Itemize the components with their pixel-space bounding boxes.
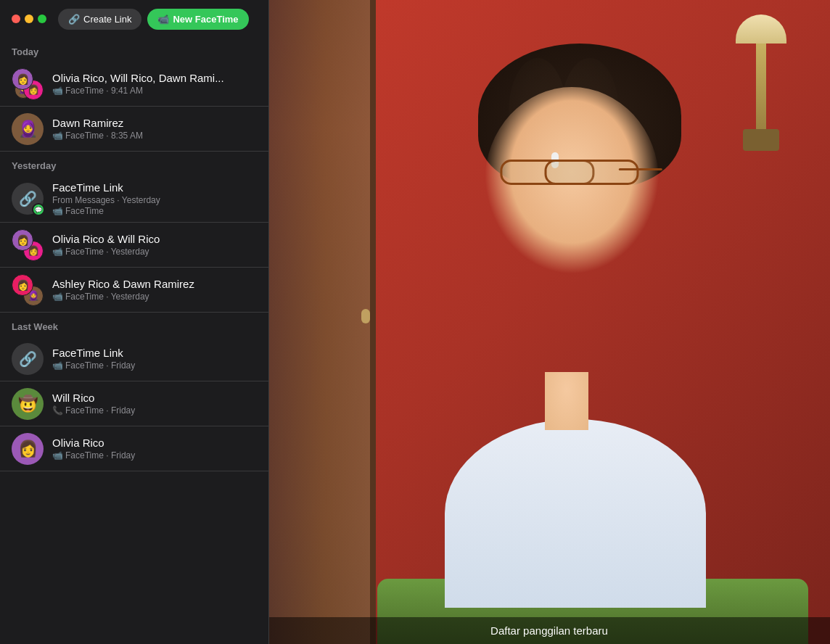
item-info: Will Rico 📞 FaceTime · Friday xyxy=(52,392,257,416)
item-info: FaceTime Link From Messages · Yesterday … xyxy=(52,181,257,216)
video-icon: 📹 xyxy=(52,247,63,257)
door-handle xyxy=(361,309,370,323)
item-name: Olivia Rico & Will Rico xyxy=(52,233,257,245)
traffic-lights xyxy=(12,15,46,23)
glasses-bridge xyxy=(619,168,662,170)
item-sub-line2: 📹 FaceTime xyxy=(52,206,257,216)
link-icon: 🔗 xyxy=(19,350,37,368)
video-icon: 📹 xyxy=(52,292,63,302)
item-sub: 📹 FaceTime · 8:35 AM xyxy=(52,131,257,141)
list-item[interactable]: 🤠 Will Rico 📞 FaceTime · Friday xyxy=(0,381,268,426)
item-name: Olivia Rico xyxy=(52,437,257,449)
item-name: FaceTime Link xyxy=(52,181,257,194)
list-item[interactable]: 👩 👩 🧕 Olivia Rico, Will Rico, Dawn Rami.… xyxy=(0,62,268,107)
link-icon: 🔗 xyxy=(68,14,80,25)
glasses-right xyxy=(545,160,639,185)
item-sub: 📹 FaceTime · Friday xyxy=(52,360,257,371)
item-sub: 📹 FaceTime · Yesterday xyxy=(52,292,257,302)
caption-bar: Daftar panggilan terbaru xyxy=(268,617,830,644)
item-name: Olivia Rico, Will Rico, Dawn Rami... xyxy=(52,72,257,84)
create-link-button[interactable]: 🔗 Create Link xyxy=(58,9,141,30)
item-name: Will Rico xyxy=(52,392,257,404)
avatar: 🧕 xyxy=(12,113,44,145)
list-item[interactable]: 🔗 FaceTime Link 📹 FaceTime · Friday xyxy=(0,337,268,381)
item-info: Dawn Ramirez 📹 FaceTime · 8:35 AM xyxy=(52,117,257,141)
item-info: FaceTime Link 📹 FaceTime · Friday xyxy=(52,347,257,371)
main-video-area xyxy=(268,0,830,644)
item-name: FaceTime Link xyxy=(52,347,257,359)
item-sub: 📹 FaceTime · Friday xyxy=(52,450,257,461)
list-item[interactable]: 👩 👩 Olivia Rico & Will Rico 📹 FaceTime ·… xyxy=(0,223,268,268)
create-link-label: Create Link xyxy=(83,14,131,25)
video-icon: 📹 xyxy=(52,450,63,461)
title-bar: 🔗 Create Link 📹 New FaceTime xyxy=(0,0,268,38)
video-camera-icon: 📹 xyxy=(157,14,169,25)
fullscreen-button[interactable] xyxy=(38,15,46,23)
avatar: 👩 xyxy=(12,274,33,296)
list-item[interactable]: 👩 🧕 Ashley Rico & Dawn Ramirez 📹 FaceTim… xyxy=(0,268,268,313)
item-sub: 📹 FaceTime · 9:41 AM xyxy=(52,86,257,96)
new-facetime-button[interactable]: 📹 New FaceTime xyxy=(147,9,248,30)
video-icon: 📹 xyxy=(52,86,63,96)
person-shirt xyxy=(445,419,706,608)
video-icon: 📹 xyxy=(52,206,63,216)
item-info: Olivia Rico & Will Rico 📹 FaceTime · Yes… xyxy=(52,233,257,257)
video-icon: 📹 xyxy=(52,131,63,141)
sidebar: Today 👩 👩 🧕 Olivia Rico, Will Rico, Dawn… xyxy=(0,38,268,644)
minimize-button[interactable] xyxy=(25,15,33,23)
avatar: 🤠 xyxy=(12,388,44,420)
avatar-stack: 👩 🧕 xyxy=(12,274,44,306)
item-info: Ashley Rico & Dawn Ramirez 📹 FaceTime · … xyxy=(52,278,257,302)
section-today: Today xyxy=(0,38,268,62)
list-item[interactable]: 🧕 Dawn Ramirez 📹 FaceTime · 8:35 AM xyxy=(0,107,268,152)
video-icon: 📹 xyxy=(52,360,63,371)
close-button[interactable] xyxy=(12,15,20,23)
avatar: 👩 xyxy=(12,433,44,465)
avatar-stack: 👩 👩 🧕 xyxy=(12,68,44,100)
item-name: Ashley Rico & Dawn Ramirez xyxy=(52,278,257,290)
list-item[interactable]: 🔗 💬 FaceTime Link From Messages · Yester… xyxy=(0,176,268,223)
item-info: Olivia Rico 📹 FaceTime · Friday xyxy=(52,437,257,461)
avatar-stack: 👩 👩 xyxy=(12,229,44,261)
lamp-base xyxy=(743,129,779,151)
lamp-pole xyxy=(756,44,766,131)
person-neck xyxy=(545,372,588,430)
sidebar-divider xyxy=(268,0,269,644)
avatar: 👩 xyxy=(12,229,33,251)
item-sub: 📞 FaceTime · Friday xyxy=(52,405,257,416)
phone-icon: 📞 xyxy=(52,405,63,416)
section-last-week: Last Week xyxy=(0,313,268,337)
avatar-link: 🔗 💬 xyxy=(12,183,44,215)
caption-text: Daftar panggilan terbaru xyxy=(490,624,608,637)
avatar-link: 🔗 xyxy=(12,343,44,375)
avatar: 👩 xyxy=(12,68,33,90)
video-scene xyxy=(268,0,830,644)
door-frame xyxy=(370,0,376,644)
messages-badge: 💬 xyxy=(32,203,45,216)
item-name: Dawn Ramirez xyxy=(52,117,257,129)
section-yesterday: Yesterday xyxy=(0,152,268,176)
item-sub: 📹 FaceTime · Yesterday xyxy=(52,247,257,257)
new-facetime-label: New FaceTime xyxy=(173,14,238,25)
list-item[interactable]: 👩 Olivia Rico 📹 FaceTime · Friday xyxy=(0,426,268,471)
item-sub: From Messages · Yesterday xyxy=(52,195,257,205)
item-info: Olivia Rico, Will Rico, Dawn Rami... 📹 F… xyxy=(52,72,257,96)
